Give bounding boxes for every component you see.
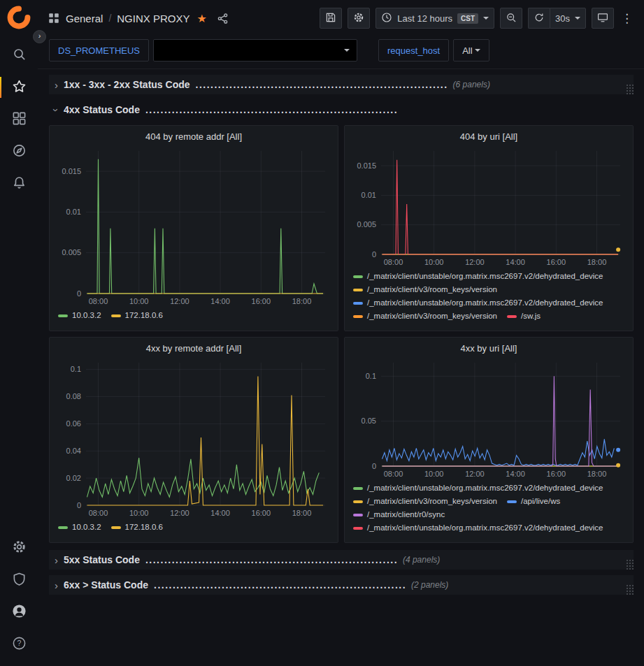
timezone-badge: CST — [457, 13, 478, 24]
sidebar-item-starred[interactable] — [0, 71, 38, 103]
timeseries-chart-404-by-remote-addr[interactable]: 00.0050.010.01508:0010:0012:0014:0016:00… — [55, 145, 332, 307]
svg-text:08:00: 08:00 — [89, 297, 108, 305]
legend-item[interactable]: /_matrix/client/v3/room_keys/version — [353, 495, 497, 507]
svg-text:0: 0 — [77, 501, 81, 509]
svg-text:0: 0 — [77, 289, 81, 298]
variable-label-request-host[interactable]: request_host — [378, 39, 449, 61]
row-4xx-status-code[interactable]: › 4xx Status Code ......................… — [49, 100, 634, 120]
row-drag-handle-icon[interactable] — [625, 558, 628, 561]
svg-text:14:00: 14:00 — [506, 258, 525, 266]
legend-series-marker — [58, 526, 68, 529]
more-options-kebab-icon[interactable]: ⋮ — [620, 8, 634, 29]
panel-title[interactable]: 404 by uri [All] — [350, 129, 627, 145]
datasource-value-select[interactable] — [153, 39, 357, 61]
save-dashboard-button[interactable] — [320, 8, 342, 29]
refresh-button[interactable] — [528, 8, 550, 29]
favorite-star-icon[interactable]: ★ — [196, 12, 206, 25]
legend-item[interactable]: 10.0.3.2 — [58, 521, 101, 533]
chevron-right-icon: › — [55, 80, 58, 90]
sidebar-item-server-admin[interactable] — [0, 564, 38, 596]
chevron-down-icon — [483, 17, 489, 20]
legend-item[interactable]: 172.18.0.6 — [111, 521, 163, 533]
refresh-interval-dropdown[interactable]: 30s — [550, 8, 586, 29]
legend-item[interactable]: /sw.js — [507, 310, 541, 322]
svg-text:08:00: 08:00 — [89, 509, 108, 517]
timeseries-chart-4xx-by-uri[interactable]: 00.050.108:0010:0012:0014:0016:0018:00 — [350, 357, 627, 480]
legend-item[interactable]: /_matrix/client/v3/room_keys/version — [353, 310, 497, 322]
grafana-logo-icon[interactable] — [7, 6, 31, 29]
sidebar-item-search[interactable] — [0, 39, 38, 71]
sidebar-item-profile[interactable] — [0, 596, 38, 628]
toolbar: Last 12 hours CST 30s — [320, 8, 634, 29]
sidebar-expand-button[interactable]: › — [33, 30, 46, 43]
row-drag-handle-icon[interactable] — [625, 584, 628, 586]
panel-404-by-uri: 404 by uri [All] 00.0050.010.01508:0010:… — [344, 125, 634, 331]
legend-item[interactable]: /_matrix/client/unstable/org.matrix.msc2… — [353, 522, 603, 534]
legend-series-label: 172.18.0.6 — [125, 521, 163, 533]
apps-grid-icon[interactable] — [48, 12, 60, 24]
panel-title[interactable]: 404 by remote addr [All] — [55, 129, 332, 145]
legend-series-label: /_matrix/client/v3/room_keys/version — [367, 310, 497, 322]
main-area: General / NGINX PROXY ★ Last 12 hours CS… — [38, 0, 644, 666]
share-icon[interactable] — [217, 13, 229, 24]
legend-series-marker — [507, 500, 517, 503]
panel-404-by-remote-addr: 404 by remote addr [All] 00.0050.010.015… — [49, 125, 338, 331]
sidebar-item-dashboards[interactable] — [0, 103, 38, 136]
timeseries-chart-404-by-uri[interactable]: 00.0050.010.01508:0010:0012:0014:0016:00… — [350, 145, 627, 268]
row-title-dots: ........................................… — [145, 104, 397, 115]
legend-item[interactable]: /_matrix/client/unstable/org.matrix.msc2… — [353, 482, 603, 494]
row-1xx-3xx-2xx-status-code[interactable]: › 1xx - 3xx - 2xx Status Code ..........… — [49, 75, 634, 94]
gear-icon — [12, 540, 27, 556]
row-title: 4xx Status Code — [64, 104, 140, 115]
sidebar-item-alerting[interactable] — [0, 168, 38, 200]
legend-item[interactable]: /_matrix/client/v3/room_keys/version — [353, 284, 497, 296]
svg-text:0.04: 0.04 — [66, 447, 81, 455]
svg-text:08:00: 08:00 — [384, 470, 403, 478]
svg-text:18:00: 18:00 — [587, 470, 607, 478]
sidebar-item-help[interactable]: ? — [0, 628, 38, 660]
dashboard-settings-button[interactable] — [348, 8, 370, 29]
timeseries-chart-4xx-by-remote-addr[interactable]: 00.020.040.060.080.108:0010:0012:0014:00… — [55, 357, 332, 519]
row-title: 1xx - 3xx - 2xx Status Code — [64, 79, 190, 90]
legend-item[interactable]: /_matrix/client/unstable/org.matrix.msc2… — [353, 270, 603, 282]
legend-series-label: /_matrix/client/v3/room_keys/version — [367, 284, 497, 296]
panel-grid: 404 by remote addr [All] 00.0050.010.015… — [49, 125, 634, 543]
sidebar: ? — [0, 0, 38, 666]
legend-item[interactable]: 10.0.3.2 — [58, 310, 101, 321]
svg-text:?: ? — [17, 639, 21, 647]
legend-series-marker — [58, 314, 68, 317]
panel-legend: 10.0.3.2172.18.0.6 — [55, 307, 332, 326]
avatar — [12, 604, 27, 621]
legend-item[interactable]: /_matrix/client/r0/sync — [353, 509, 445, 521]
row-5xx-status-code[interactable]: › 5xx Status Code ......................… — [49, 550, 634, 570]
row-drag-handle-icon[interactable] — [625, 83, 628, 86]
tv-kiosk-mode-button[interactable] — [592, 8, 614, 29]
zoom-out-button[interactable] — [500, 8, 522, 29]
sidebar-item-explore[interactable] — [0, 136, 38, 168]
breadcrumb-section[interactable]: General — [66, 13, 103, 24]
panel-title[interactable]: 4xx by uri [All] — [350, 340, 627, 357]
legend-series-label: /_matrix/client/unstable/org.matrix.msc2… — [367, 270, 603, 282]
svg-text:14:00: 14:00 — [506, 470, 525, 478]
svg-text:08:00: 08:00 — [384, 258, 403, 266]
panel-title[interactable]: 4xx by remote addr [All] — [55, 340, 332, 357]
request-host-value-select[interactable]: All — [453, 39, 489, 61]
svg-text:10:00: 10:00 — [424, 470, 444, 478]
sidebar-item-configuration[interactable] — [0, 532, 38, 564]
svg-text:12:00: 12:00 — [465, 470, 485, 478]
svg-text:0.015: 0.015 — [357, 161, 376, 170]
row-panel-count: (4 panels) — [403, 555, 440, 565]
row-6xx-status-code[interactable]: › 6xx > Status Code ....................… — [49, 575, 634, 595]
legend-item[interactable]: /api/live/ws — [507, 495, 560, 507]
legend-item[interactable]: 172.18.0.6 — [111, 310, 163, 321]
time-range-picker[interactable]: Last 12 hours CST — [375, 8, 494, 29]
refresh-icon — [534, 12, 545, 25]
gear-icon — [353, 12, 364, 25]
dashboards-grid-icon — [12, 111, 27, 128]
variable-label-ds-prometheus[interactable]: DS_PROMETHEUS — [49, 39, 149, 61]
legend-item[interactable]: /_matrix/client/unstable/org.matrix.msc2… — [353, 297, 603, 309]
row-panel-count: (6 panels) — [453, 80, 490, 89]
bell-icon — [12, 175, 27, 192]
dashboard-title[interactable]: NGINX PROXY — [117, 13, 189, 24]
svg-text:0.1: 0.1 — [366, 372, 376, 380]
